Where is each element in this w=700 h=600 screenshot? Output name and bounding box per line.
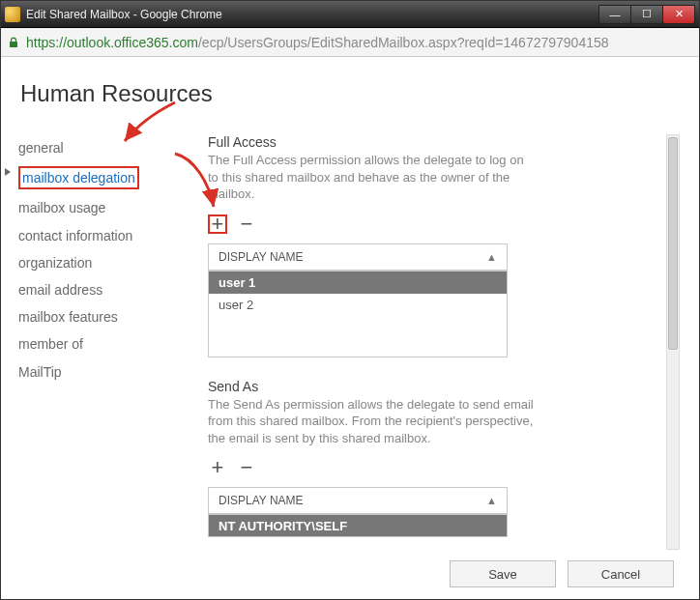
column-header-label: DISPLAY NAME xyxy=(219,250,304,264)
plus-icon: + xyxy=(212,457,224,478)
add-full-access-button[interactable]: + xyxy=(208,214,227,234)
selection-marker-icon xyxy=(5,168,11,176)
full-access-toolbar: + − xyxy=(208,214,666,234)
add-send-as-button[interactable]: + xyxy=(208,458,227,477)
remove-full-access-button[interactable]: − xyxy=(237,214,256,234)
url-path: /ecp/UsersGroups/EditSharedMailbox.aspx?… xyxy=(198,35,609,50)
lock-icon xyxy=(7,36,20,49)
window-title: Edit Shared Mailbox - Google Chrome xyxy=(26,8,599,21)
cancel-button[interactable]: Cancel xyxy=(568,560,674,587)
window-titlebar: Edit Shared Mailbox - Google Chrome — ☐ … xyxy=(1,1,699,28)
send-as-column-header[interactable]: DISPLAY NAME ▲ xyxy=(208,487,508,514)
list-item[interactable]: NT AUTHORITY\SELF xyxy=(209,515,507,537)
sidebar-item-label: mailbox features xyxy=(18,309,118,325)
sidebar-item-mailbox-features[interactable]: mailbox features xyxy=(18,303,163,330)
sidebar-item-label: general xyxy=(18,140,64,156)
remove-send-as-button[interactable]: − xyxy=(237,458,256,477)
sort-ascending-icon: ▲ xyxy=(486,251,497,263)
button-label: Cancel xyxy=(601,567,640,582)
sidebar-item-general[interactable]: general xyxy=(18,134,163,161)
list-item[interactable]: user 1 xyxy=(209,271,507,294)
send-as-list[interactable]: NT AUTHORITY\SELF xyxy=(208,514,508,537)
minus-icon: − xyxy=(241,457,253,478)
dialog-buttons: Save Cancel xyxy=(450,560,674,587)
save-button[interactable]: Save xyxy=(450,560,556,587)
minimize-button[interactable]: — xyxy=(598,5,631,24)
sidebar-item-organization[interactable]: organization xyxy=(18,249,163,276)
sidebar-nav: general mailbox delegation mailbox usage… xyxy=(18,134,163,559)
window-controls: — ☐ ✕ xyxy=(599,5,695,24)
page-title: Human Resources xyxy=(20,80,684,107)
sidebar-item-label: email address xyxy=(18,282,102,298)
sort-ascending-icon: ▲ xyxy=(486,495,497,506)
scrollbar[interactable] xyxy=(666,134,680,550)
sidebar-item-mailtip[interactable]: MailTip xyxy=(18,358,163,386)
sidebar-item-label: contact information xyxy=(18,228,132,243)
sidebar-item-mailbox-usage[interactable]: mailbox usage xyxy=(18,194,163,221)
sidebar-item-email-address[interactable]: email address xyxy=(18,276,163,303)
address-bar[interactable]: https://outlook.office365.com/ecp/UsersG… xyxy=(1,28,699,57)
scrollbar-thumb[interactable] xyxy=(668,137,678,350)
list-item[interactable]: user 2 xyxy=(209,294,507,316)
maximize-button[interactable]: ☐ xyxy=(630,5,663,24)
page-content: Human Resources general mailbox delegati… xyxy=(1,57,699,599)
sidebar-item-label: MailTip xyxy=(18,364,62,380)
close-button[interactable]: ✕ xyxy=(662,5,695,24)
column-header-label: DISPLAY NAME xyxy=(219,494,304,507)
main-panel: Full Access The Full Access permission a… xyxy=(208,134,684,559)
button-label: Save xyxy=(488,567,517,582)
sidebar-item-label: member of xyxy=(18,336,83,352)
sidebar-item-member-of[interactable]: member of xyxy=(18,330,163,357)
sidebar-item-contact-information[interactable]: contact information xyxy=(18,222,163,249)
send-as-description: The Send As permission allows the delega… xyxy=(208,396,537,447)
sidebar-item-label: mailbox delegation xyxy=(18,166,139,189)
plus-icon: + xyxy=(212,214,224,235)
sidebar-item-label: organization xyxy=(18,255,92,271)
sidebar-item-mailbox-delegation[interactable]: mailbox delegation xyxy=(18,161,163,194)
url-host: https://outlook.office365.com xyxy=(26,35,198,50)
minus-icon: − xyxy=(241,214,253,235)
full-access-column-header[interactable]: DISPLAY NAME ▲ xyxy=(208,243,508,271)
send-as-title: Send As xyxy=(208,379,666,394)
sidebar-item-label: mailbox usage xyxy=(18,200,105,215)
full-access-title: Full Access xyxy=(208,134,666,150)
app-icon xyxy=(5,7,20,22)
full-access-list[interactable]: user 1 user 2 xyxy=(208,271,508,357)
send-as-toolbar: + − xyxy=(208,458,666,477)
url-text: https://outlook.office365.com/ecp/UsersG… xyxy=(26,35,609,50)
full-access-description: The Full Access permission allows the de… xyxy=(208,152,537,203)
